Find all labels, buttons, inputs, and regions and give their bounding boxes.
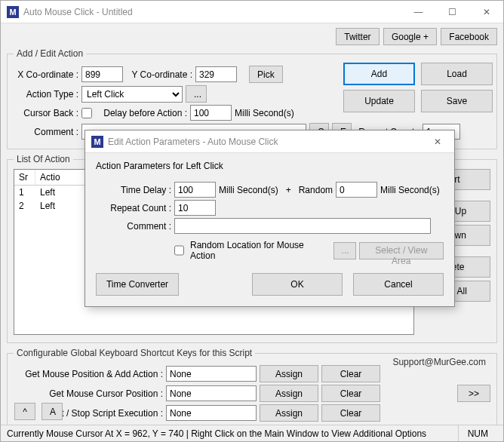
app-icon: M xyxy=(7,6,19,18)
status-text: Currently Mouse Cursor At X = 962, Y = 7… xyxy=(7,428,426,439)
action-type-select[interactable]: Left Click xyxy=(81,86,183,103)
load-button[interactable]: Load xyxy=(421,63,493,85)
dialog-title: Edit Action Parameters - Auto Mouse Clic… xyxy=(108,137,420,147)
time-converter-button[interactable]: Time Converter xyxy=(96,273,179,296)
assign-button-2[interactable]: Assign xyxy=(260,404,318,422)
assign-button-1[interactable]: Assign xyxy=(260,385,318,402)
maximize-button[interactable]: ☐ xyxy=(435,1,469,23)
action-type-more-button[interactable]: ... xyxy=(186,85,207,103)
plus-label: + xyxy=(281,185,296,195)
ms-label-1: Milli Second(s) xyxy=(219,185,278,195)
action-type-label: Action Type : xyxy=(14,89,78,100)
num-indicator: NUM xyxy=(458,425,497,441)
x-input[interactable] xyxy=(81,66,123,82)
caret-button[interactable]: ^ xyxy=(14,403,35,420)
shortcut-input-2[interactable] xyxy=(166,405,257,421)
shortcut-label-1: Get Mouse Cursor Position : xyxy=(14,388,163,399)
assign-button-0[interactable]: Assign xyxy=(260,365,318,382)
time-delay-label: Time Delay : xyxy=(96,185,171,195)
shortcut-input-1[interactable] xyxy=(166,385,257,401)
update-button[interactable]: Update xyxy=(343,90,415,112)
edit-action-dialog: M Edit Action Parameters - Auto Mouse Cl… xyxy=(85,130,455,307)
x-label: X Co-ordinate : xyxy=(14,69,78,80)
dialog-icon: M xyxy=(91,136,103,148)
delay-label: Delay before Action : xyxy=(98,108,187,118)
facebook-button[interactable]: Facebook xyxy=(441,28,497,45)
clear-button-0[interactable]: Clear xyxy=(321,365,380,382)
save-button[interactable]: Save xyxy=(421,90,493,112)
dialog-close-button[interactable]: ✕ xyxy=(420,130,454,153)
clear-button-1[interactable]: Clear xyxy=(321,385,380,402)
delay-input[interactable] xyxy=(190,105,232,121)
dialog-heading: Action Parameters for Left Click xyxy=(96,161,444,171)
dialog-repeat-input[interactable] xyxy=(174,200,216,216)
cursor-back-label: Cursor Back : xyxy=(14,108,78,118)
cursor-back-checkbox[interactable] xyxy=(81,108,92,118)
dialog-titlebar: M Edit Action Parameters - Auto Mouse Cl… xyxy=(85,130,454,153)
list-legend: List Of Action xyxy=(14,154,73,164)
dialog-repeat-label: Repeat Count : xyxy=(96,203,171,213)
random-location-checkbox[interactable] xyxy=(174,245,184,256)
delay-unit: Milli Second(s) xyxy=(235,108,294,118)
col-sr: Sr xyxy=(14,170,35,185)
status-bar: Currently Mouse Cursor At X = 962, Y = 7… xyxy=(1,425,503,441)
shortcut-label-0: Get Mouse Position & Add Action : xyxy=(14,369,163,379)
area-ellipsis-button: ... xyxy=(333,242,356,259)
shortcuts-legend: Configurable Global Keyboard Shortcut Ke… xyxy=(14,348,255,358)
googleplus-button[interactable]: Google + xyxy=(383,28,437,45)
cancel-button[interactable]: Cancel xyxy=(353,273,444,296)
time-delay-input[interactable] xyxy=(174,182,216,198)
add-edit-legend: Add / Edit Action xyxy=(14,48,86,59)
support-link[interactable]: Support@MurGee.com xyxy=(392,357,486,367)
add-button[interactable]: Add xyxy=(343,63,415,85)
ok-button[interactable]: OK xyxy=(252,273,343,296)
main-titlebar: M Auto Mouse Click - Untitled — ☐ ✕ xyxy=(1,1,503,23)
minimize-button[interactable]: — xyxy=(401,1,435,23)
shortcut-input-0[interactable] xyxy=(166,366,257,382)
y-input[interactable] xyxy=(195,66,237,82)
comment-label: Comment : xyxy=(14,127,78,137)
random-location-label: Random Location for Mouse Action xyxy=(190,240,320,261)
select-area-button: Select / View Area xyxy=(359,242,444,259)
ms-label-2: Milli Second(s) xyxy=(380,185,440,195)
random-label: Random xyxy=(299,185,333,195)
pick-button[interactable]: Pick xyxy=(249,66,283,83)
twitter-button[interactable]: Twitter xyxy=(336,28,379,45)
clear-button-2[interactable]: Clear xyxy=(321,404,380,422)
window-title: Auto Mouse Click - Untitled xyxy=(23,7,401,17)
y-label: Y Co-ordinate : xyxy=(126,69,192,80)
shortcuts-fieldset: Configurable Global Keyboard Shortcut Ke… xyxy=(7,348,497,431)
random-input[interactable] xyxy=(336,182,377,198)
more-button[interactable]: >> xyxy=(457,385,490,402)
close-button[interactable]: ✕ xyxy=(469,1,503,23)
dialog-comment-label: Comment : xyxy=(96,221,171,232)
a-button[interactable]: A xyxy=(41,403,63,420)
dialog-comment-input[interactable] xyxy=(174,218,431,234)
